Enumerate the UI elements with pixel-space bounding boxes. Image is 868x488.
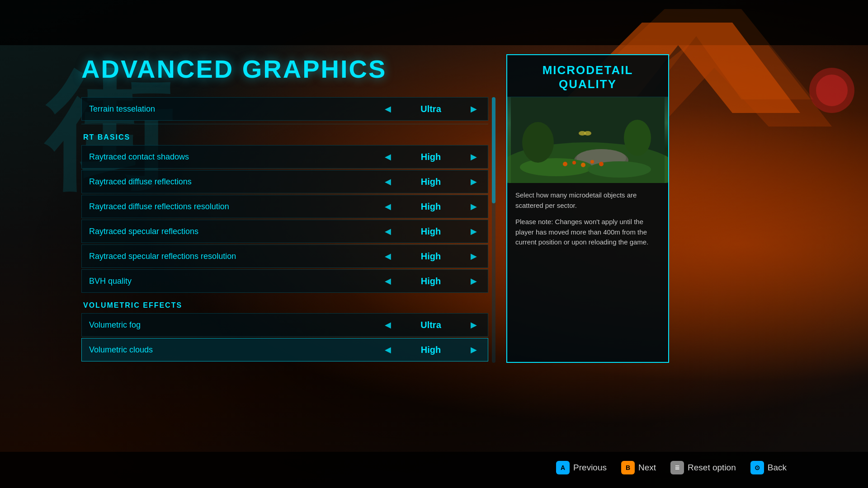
setting-value: High — [404, 251, 458, 262]
info-image — [507, 97, 668, 183]
setting-row-volumetric-fog[interactable]: Volumetric fog ◀ Ultra ▶ — [81, 313, 488, 337]
arrow-left-btn[interactable]: ◀ — [381, 274, 395, 288]
setting-row-raytraced-diffuse-reflections[interactable]: Raytraced diffuse reflections ◀ High ▶ — [81, 170, 488, 193]
reset-option-button[interactable]: ☰ Reset option — [670, 461, 736, 474]
setting-row-terrain-tesselation[interactable]: Terrain tesselation ◀ Ultra ▶ — [81, 97, 488, 121]
setting-value: High — [404, 152, 458, 162]
setting-label: Raytraced contact shadows — [89, 152, 381, 162]
setting-value: High — [404, 202, 458, 212]
setting-control: ◀ Ultra ▶ — [381, 318, 481, 332]
back-button[interactable]: ⊙ Back — [750, 461, 787, 474]
setting-row-raytraced-specular-reflections[interactable]: Raytraced specular reflections ◀ High ▶ — [81, 220, 488, 243]
arrow-left-btn[interactable]: ◀ — [381, 150, 395, 164]
setting-control: ◀ High ▶ — [381, 150, 481, 164]
back-icon: ⊙ — [750, 461, 764, 474]
setting-label: Volumetric clouds — [89, 345, 381, 355]
setting-value: High — [404, 276, 458, 286]
setting-control: ◀ High ▶ — [381, 249, 481, 263]
setting-label: Raytraced diffuse reflections resolution — [89, 202, 381, 211]
setting-row-volumetric-clouds[interactable]: Volumetric clouds ◀ High ▶ — [81, 338, 488, 361]
scrollbar-thumb — [492, 97, 495, 203]
arrow-right-btn[interactable]: ▶ — [467, 318, 481, 332]
section-header-rt: RT Basics — [81, 130, 488, 145]
arrow-left-btn[interactable]: ◀ — [381, 200, 395, 213]
arrow-right-btn[interactable]: ▶ — [467, 343, 481, 357]
settings-list: Terrain tesselation ◀ Ultra ▶ RT Basics … — [81, 97, 488, 363]
setting-label: Raytraced specular reflections resolutio… — [89, 252, 381, 261]
previous-label: Previous — [573, 463, 607, 473]
back-label: Back — [768, 463, 787, 473]
main-container: Advanced Graphics Terrain tesselation ◀ … — [81, 54, 787, 363]
setting-control: ◀ High ▶ — [381, 274, 481, 288]
setting-control: ◀ High ▶ — [381, 200, 481, 213]
bottom-nav: A Previous B Next ☰ Reset option ⊙ Back — [556, 461, 787, 474]
arrow-left-btn[interactable]: ◀ — [381, 225, 395, 238]
svg-rect-20 — [511, 97, 665, 183]
setting-row-raytraced-contact-shadows[interactable]: Raytraced contact shadows ◀ High ▶ — [81, 145, 488, 169]
setting-control: ◀ Ultra ▶ — [381, 102, 481, 116]
setting-label: BVH quality — [89, 277, 381, 286]
info-panel-title: Microdetail Quality — [507, 55, 668, 97]
left-panel: Advanced Graphics Terrain tesselation ◀ … — [81, 54, 488, 363]
setting-row-bvh-quality[interactable]: BVH quality ◀ High ▶ — [81, 269, 488, 293]
scrollbar-track[interactable] — [492, 97, 495, 363]
arrow-right-btn[interactable]: ▶ — [467, 200, 481, 213]
info-body: Select how many microdetail objects are … — [507, 183, 668, 362]
setting-control: ◀ High ▶ — [381, 343, 481, 357]
next-label: Next — [638, 463, 656, 473]
arrow-right-btn[interactable]: ▶ — [467, 150, 481, 164]
info-panel: Microdetail Quality — [506, 54, 669, 363]
info-description-1: Select how many microdetail objects are … — [515, 190, 660, 211]
arrow-right-btn[interactable]: ▶ — [467, 175, 481, 188]
page-title: Advanced Graphics — [81, 54, 488, 84]
setting-control: ◀ High ▶ — [381, 175, 481, 188]
setting-control: ◀ High ▶ — [381, 225, 481, 238]
info-description-2: Please note: Changes won't apply until t… — [515, 217, 660, 248]
top-overlay — [0, 0, 868, 45]
arrow-right-btn[interactable]: ▶ — [467, 249, 481, 263]
arrow-left-btn[interactable]: ◀ — [381, 318, 395, 332]
next-button[interactable]: B Next — [621, 461, 656, 474]
setting-label: Raytraced diffuse reflections — [89, 177, 381, 187]
setting-label: Volumetric fog — [89, 320, 381, 330]
arrow-right-btn[interactable]: ▶ — [467, 102, 481, 116]
arrow-left-btn[interactable]: ◀ — [381, 175, 395, 188]
reset-label: Reset option — [688, 463, 736, 473]
arrow-left-btn[interactable]: ◀ — [381, 102, 395, 116]
previous-icon: A — [556, 461, 570, 474]
setting-value: High — [404, 226, 458, 237]
setting-row-raytraced-specular-reflections-resolution[interactable]: Raytraced specular reflections resolutio… — [81, 244, 488, 268]
section-header-volumetric: Volumetric Effects — [81, 298, 488, 313]
arrow-left-btn[interactable]: ◀ — [381, 343, 395, 357]
arrow-right-btn[interactable]: ▶ — [467, 225, 481, 238]
setting-value: Ultra — [404, 320, 458, 330]
reset-icon: ☰ — [670, 461, 684, 474]
next-icon: B — [621, 461, 635, 474]
setting-value: High — [404, 345, 458, 355]
arrow-right-btn[interactable]: ▶ — [467, 274, 481, 288]
setting-row-raytraced-diffuse-reflections-resolution[interactable]: Raytraced diffuse reflections resolution… — [81, 195, 488, 218]
separator — [81, 124, 488, 124]
setting-value: High — [404, 177, 458, 187]
previous-button[interactable]: A Previous — [556, 461, 607, 474]
arrow-left-btn[interactable]: ◀ — [381, 249, 395, 263]
setting-label: Raytraced specular reflections — [89, 227, 381, 236]
setting-label: Terrain tesselation — [89, 104, 381, 114]
preview-svg — [507, 97, 668, 183]
setting-value: Ultra — [404, 104, 458, 114]
